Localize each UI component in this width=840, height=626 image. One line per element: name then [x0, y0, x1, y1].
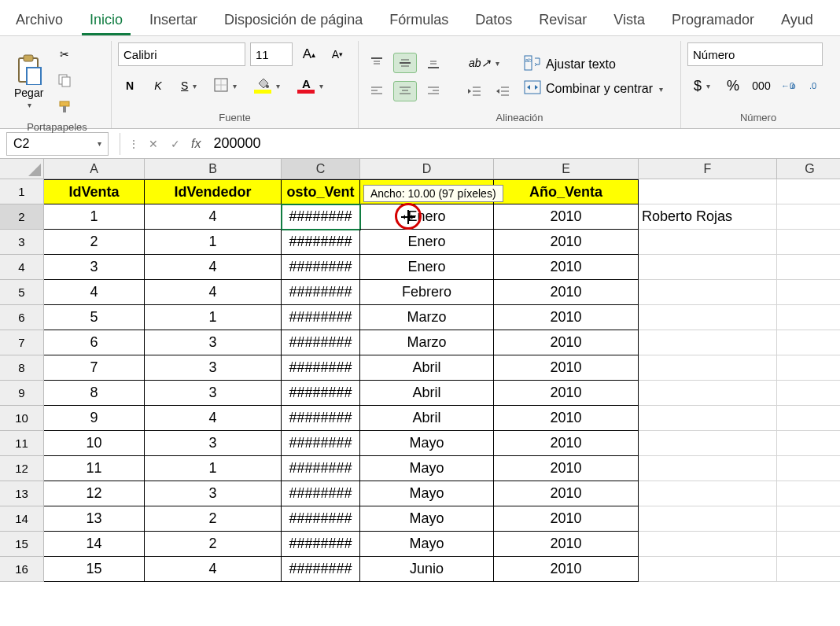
orientation-button[interactable]: ab↗▾	[462, 51, 506, 75]
header-cell-A[interactable]: IdVenta	[44, 179, 145, 204]
cell-G4[interactable]	[777, 255, 840, 280]
cell-C2[interactable]: ########	[282, 204, 360, 230]
paste-button[interactable]: Pegar ▾	[9, 52, 48, 111]
cell-E13[interactable]: 2010	[494, 481, 639, 506]
cell-D9[interactable]: Abril	[360, 381, 494, 406]
cell-F10[interactable]	[639, 406, 777, 431]
wrap-text-button[interactable]: ab Ajustar texto	[524, 55, 663, 74]
increase-decimal-button[interactable]: ←0.0	[778, 74, 801, 98]
cell-A9[interactable]: 8	[44, 381, 145, 406]
cell-D7[interactable]: Marzo	[360, 330, 494, 355]
cell-E8[interactable]: 2010	[494, 355, 639, 381]
cell-B14[interactable]: 2	[145, 506, 282, 532]
cell-F14[interactable]	[639, 506, 777, 532]
decrease-decimal-button[interactable]: .0	[806, 74, 830, 98]
cell-G16[interactable]	[777, 557, 840, 582]
cell-D2[interactable]: Enero	[360, 204, 494, 230]
align-left-button[interactable]	[365, 81, 389, 101]
header-cell-B[interactable]: IdVendedor	[145, 179, 282, 204]
cell-F3[interactable]	[639, 230, 777, 255]
thousands-button[interactable]: 000	[750, 74, 773, 98]
row-header-2[interactable]: 2	[0, 204, 44, 230]
select-all-button[interactable]	[0, 159, 44, 179]
cell-D4[interactable]: Enero	[360, 255, 494, 280]
borders-button[interactable]: ▾	[208, 74, 243, 98]
cell-G12[interactable]	[777, 456, 840, 481]
cell-A10[interactable]: 9	[44, 406, 145, 431]
cell-G5[interactable]	[777, 280, 840, 305]
cell-F7[interactable]	[639, 330, 777, 355]
cell-B15[interactable]: 2	[145, 532, 282, 557]
row-header-11[interactable]: 11	[0, 431, 44, 456]
decrease-indent-button[interactable]	[462, 81, 486, 101]
tab-ayuda[interactable]: Ayud	[773, 6, 821, 35]
cell-D11[interactable]: Mayo	[360, 431, 494, 456]
cell-F12[interactable]	[639, 456, 777, 481]
row-header-8[interactable]: 8	[0, 355, 44, 381]
row-header-3[interactable]: 3	[0, 230, 44, 255]
cell-F15[interactable]	[639, 532, 777, 557]
align-top-button[interactable]	[365, 53, 389, 73]
cell-E3[interactable]: 2010	[494, 230, 639, 255]
cell-D14[interactable]: Mayo	[360, 506, 494, 532]
row-header-15[interactable]: 15	[0, 532, 44, 557]
cell-E4[interactable]: 2010	[494, 255, 639, 280]
cell-E6[interactable]: 2010	[494, 305, 639, 330]
column-header-G[interactable]: G	[777, 159, 840, 179]
cell-C12[interactable]: ########	[282, 456, 360, 481]
formula-input[interactable]	[205, 135, 840, 152]
align-center-button[interactable]	[393, 81, 417, 101]
number-format-select[interactable]: Número	[687, 42, 823, 66]
cell-D10[interactable]: Abril	[360, 406, 494, 431]
decrease-font-button[interactable]: A▾	[326, 42, 349, 66]
cell-B8[interactable]: 3	[145, 355, 282, 381]
cell-A8[interactable]: 7	[44, 355, 145, 381]
cell-G6[interactable]	[777, 305, 840, 330]
cell-G14[interactable]	[777, 506, 840, 532]
cell-C9[interactable]: ########	[282, 381, 360, 406]
font-color-button[interactable]: A▾	[291, 74, 330, 98]
cell-B2[interactable]: 4	[145, 204, 282, 230]
cell-B4[interactable]: 4	[145, 255, 282, 280]
row-header-1[interactable]: 1	[0, 179, 44, 204]
italic-button[interactable]: K	[146, 74, 170, 98]
tab-inicio[interactable]: Inicio	[82, 6, 131, 35]
cell-B7[interactable]: 3	[145, 330, 282, 355]
cell-A15[interactable]: 14	[44, 532, 145, 557]
cell-A6[interactable]: 5	[44, 305, 145, 330]
tab-disposicion[interactable]: Disposición de página	[216, 6, 370, 35]
cell-B12[interactable]: 1	[145, 456, 282, 481]
cell-C6[interactable]: ########	[282, 305, 360, 330]
cell-F9[interactable]	[639, 381, 777, 406]
cell-B6[interactable]: 1	[145, 305, 282, 330]
cell-G1[interactable]	[777, 179, 840, 204]
cell-D12[interactable]: Mayo	[360, 456, 494, 481]
column-header-C[interactable]: C	[282, 159, 360, 179]
align-bottom-button[interactable]	[422, 53, 445, 73]
cell-A12[interactable]: 11	[44, 456, 145, 481]
cell-B10[interactable]: 4	[145, 406, 282, 431]
cell-C16[interactable]: ########	[282, 557, 360, 582]
font-size-select[interactable]	[250, 42, 293, 66]
tab-formulas[interactable]: Fórmulas	[381, 6, 456, 35]
cell-C15[interactable]: ########	[282, 532, 360, 557]
align-middle-button[interactable]	[393, 53, 417, 73]
cell-A2[interactable]: 1	[44, 204, 145, 230]
cell-D16[interactable]: Junio	[360, 557, 494, 582]
cell-B16[interactable]: 4	[145, 557, 282, 582]
cut-button[interactable]: ✂	[53, 42, 76, 66]
cell-E10[interactable]: 2010	[494, 406, 639, 431]
tab-programador[interactable]: Programador	[664, 6, 762, 35]
cell-B5[interactable]: 4	[145, 280, 282, 305]
cell-C5[interactable]: ########	[282, 280, 360, 305]
cell-F11[interactable]	[639, 431, 777, 456]
cell-F4[interactable]	[639, 255, 777, 280]
cell-A14[interactable]: 13	[44, 506, 145, 532]
cell-C7[interactable]: ########	[282, 330, 360, 355]
cell-G3[interactable]	[777, 230, 840, 255]
row-header-4[interactable]: 4	[0, 255, 44, 280]
cell-G7[interactable]	[777, 330, 840, 355]
cell-F2[interactable]: Roberto Rojas	[639, 204, 777, 230]
cell-B9[interactable]: 3	[145, 381, 282, 406]
increase-indent-button[interactable]	[491, 81, 514, 101]
